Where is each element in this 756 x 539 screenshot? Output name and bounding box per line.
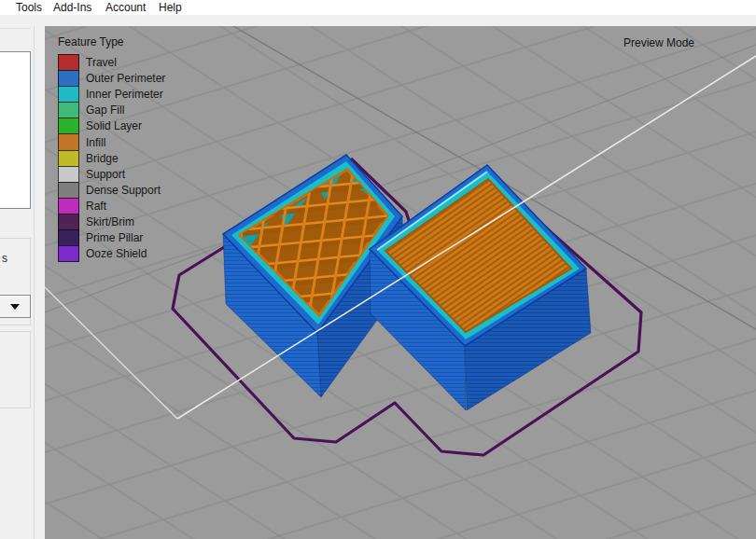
legend-color-swatch (58, 229, 79, 246)
legend-item: Skirt/Brim (58, 214, 165, 230)
model-list-box[interactable] (0, 51, 31, 209)
legend-color-swatch (58, 166, 79, 183)
preview-3d-viewport[interactable]: Feature Type TravelOuter PerimeterInner … (45, 26, 756, 539)
legend-item: Infill (58, 133, 165, 150)
legend-item: Gap Fill (58, 102, 165, 118)
legend-color-swatch (58, 245, 79, 262)
legend-item: Travel (58, 54, 165, 71)
feature-type-legend: Feature Type TravelOuter PerimeterInner … (58, 35, 165, 262)
legend-item-label: Support (86, 168, 125, 181)
legend-item-label: Prime Pillar (86, 231, 143, 244)
legend-item-label: Outer Perimeter (86, 72, 165, 85)
legend-item: Raft (58, 198, 165, 214)
legend-color-swatch (58, 182, 79, 199)
legend-item-label: Inner Perimeter (86, 88, 163, 101)
menu-item-tools[interactable]: Tools (16, 1, 42, 14)
legend-color-swatch (58, 54, 79, 71)
process-dropdown[interactable] (0, 295, 31, 318)
chevron-down-icon (10, 304, 20, 310)
legend-title: Feature Type (58, 35, 165, 48)
menu-item-addins[interactable]: Add-Ins (53, 1, 91, 14)
legend-item: Prime Pillar (58, 229, 165, 246)
preview-mode-label: Preview Mode (623, 36, 694, 49)
menu-item-account[interactable]: Account (105, 1, 146, 14)
legend-item-label: Raft (86, 200, 106, 213)
legend-item: Support (58, 166, 165, 183)
legend-color-swatch (58, 86, 79, 103)
legend-item: Solid Layer (58, 117, 165, 134)
legend-item: Bridge (58, 150, 165, 167)
legend-item-label: Bridge (86, 152, 119, 165)
legend-item: Outer Perimeter (58, 70, 165, 87)
legend-item: Inner Perimeter (58, 86, 165, 103)
legend-color-swatch (58, 70, 79, 87)
legend-item-label: Infill (86, 136, 105, 149)
legend-color-swatch (58, 117, 79, 134)
menu-item-help[interactable]: Help (159, 1, 182, 14)
legend-item-label: Gap Fill (86, 104, 124, 117)
legend-color-swatch (58, 133, 79, 150)
legend-item: Ooze Shield (58, 245, 165, 262)
legend-color-swatch (58, 198, 79, 214)
sidebar-top-divider (0, 28, 31, 29)
menu-bar: ToolsAdd-InsAccountHelp (0, 0, 756, 15)
legend-item-label: Ooze Shield (86, 247, 147, 260)
legend-item-label: Dense Support (86, 184, 161, 197)
sidebar-groupbox-2 (0, 331, 31, 408)
legend-item: Dense Support (58, 182, 165, 199)
legend-item-label: Solid Layer (86, 119, 142, 132)
legend-color-swatch (58, 150, 79, 167)
groupbox-label-fragment: s (2, 252, 7, 265)
legend-item-label: Skirt/Brim (86, 215, 134, 228)
sidebar-divider (34, 26, 35, 539)
sidebar-panel: s (0, 15, 45, 539)
legend-color-swatch (58, 102, 79, 118)
legend-color-swatch (58, 214, 79, 230)
legend-item-label: Travel (86, 56, 117, 69)
